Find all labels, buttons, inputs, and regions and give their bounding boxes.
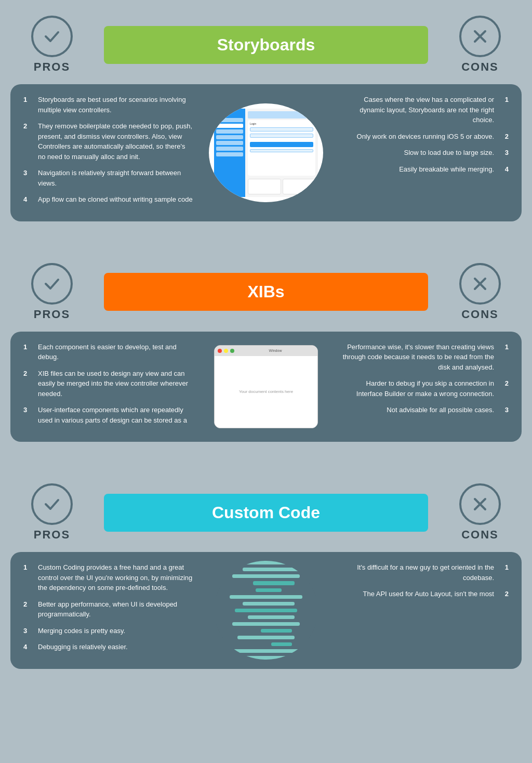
custom-code-header: PROS Custom Code CONS <box>10 483 522 542</box>
custom-code-center-image <box>204 552 328 669</box>
xibs-pros-icon <box>31 263 73 305</box>
custom-code-cons-icon <box>459 483 501 525</box>
xibs-content-card: 1 Each component is easier to develop, t… <box>10 332 522 442</box>
custom-code-pros-side: PROS <box>10 483 94 542</box>
list-item: Harder to debug if you skip a connection… <box>339 378 509 399</box>
storyboards-pros-list: 1 Storyboards are best used for scenario… <box>10 84 204 221</box>
custom-code-cons-label: CONS <box>461 528 499 542</box>
storyboards-content-card: 1 Storyboards are best used for scenario… <box>10 84 522 221</box>
xibs-section: PROS XIBs CONS 1 Each component is easie… <box>0 247 532 453</box>
code-mockup <box>214 561 318 660</box>
storyboard-mockup: ☰ Login <box>209 103 323 202</box>
list-item: 3 Navigation is relatively straight forw… <box>23 168 193 188</box>
xibs-title-box: XIBs <box>104 273 428 311</box>
storyboards-pros-side: PROS <box>10 16 94 74</box>
storyboards-section: PROS Storyboards CONS 1 Storyboards are … <box>0 0 532 232</box>
custom-code-content-card: 1 Custom Coding provides a free hand and… <box>10 552 522 669</box>
xibs-cons-side: CONS <box>438 263 522 321</box>
list-item: 1 Custom Coding provides a free hand and… <box>23 562 193 593</box>
list-item: 2 They remove boilerplate code needed to… <box>23 121 193 162</box>
list-item: Easily breakable while merging. 4 <box>339 164 509 175</box>
xibs-title: XIBs <box>109 282 423 301</box>
custom-code-cons-side: CONS <box>438 483 522 542</box>
custom-code-pros-icon <box>31 483 73 525</box>
list-item: 1 Storyboards are best used for scenario… <box>23 95 193 115</box>
storyboards-cons-icon <box>459 16 501 57</box>
list-item: 4 App flow can be cloned without writing… <box>23 194 193 205</box>
storyboards-title: Storyboards <box>109 35 423 55</box>
list-item: 1 Each component is easier to develop, t… <box>23 342 193 362</box>
list-item: 2 Better app performance, when UI is dev… <box>23 599 193 620</box>
list-item: The API used for Auto Layout, isn't the … <box>339 589 509 599</box>
xibs-cons-list: Performance wise, it's slower than creat… <box>328 332 522 442</box>
list-item: 3 Merging codes is pretty easy. <box>23 626 193 636</box>
xibs-cons-icon <box>459 263 501 305</box>
list-item: Not advisable for all possible cases. 3 <box>339 405 509 415</box>
storyboards-center-image: ☰ Login <box>204 84 328 221</box>
storyboards-cons-label: CONS <box>461 60 499 74</box>
storyboards-pros-icon <box>31 16 73 57</box>
custom-code-title-box: Custom Code <box>104 494 428 532</box>
list-item: 4 Debugging is relatively easier. <box>23 642 193 652</box>
storyboards-title-box: Storyboards <box>104 26 428 64</box>
list-item: Cases where the view has a complicated o… <box>339 95 509 125</box>
list-item: 3 User-interface components which are re… <box>23 405 193 425</box>
custom-code-pros-list: 1 Custom Coding provides a free hand and… <box>10 552 204 669</box>
xibs-pros-list: 1 Each component is easier to develop, t… <box>10 332 204 442</box>
xibs-header: PROS XIBs CONS <box>10 263 522 321</box>
list-item: Only work on devices running iOS 5 or ab… <box>339 131 509 142</box>
storyboards-pros-label: PROS <box>34 60 70 74</box>
storyboards-cons-side: CONS <box>438 16 522 74</box>
xibs-pros-side: PROS <box>10 263 94 321</box>
xibs-center-image: Window Your document contents here <box>204 332 328 442</box>
custom-code-title: Custom Code <box>109 503 423 522</box>
xibs-cons-label: CONS <box>461 308 499 321</box>
custom-code-cons-list: It's difficult for a new guy to get orie… <box>328 552 522 669</box>
xib-mockup: Window Your document contents here <box>214 345 318 428</box>
list-item: Performance wise, it's slower than creat… <box>339 342 509 373</box>
storyboards-cons-list: Cases where the view has a complicated o… <box>328 84 522 221</box>
custom-code-pros-label: PROS <box>34 528 70 542</box>
storyboards-header: PROS Storyboards CONS <box>10 16 522 74</box>
custom-code-section: PROS Custom Code CONS 1 Custom Coding pr… <box>0 468 532 679</box>
list-item: It's difficult for a new guy to get orie… <box>339 562 509 583</box>
list-item: Slow to load due to large size. 3 <box>339 148 509 158</box>
list-item: 2 XIB files can be used to design any vi… <box>23 369 193 399</box>
xibs-pros-label: PROS <box>34 308 70 321</box>
